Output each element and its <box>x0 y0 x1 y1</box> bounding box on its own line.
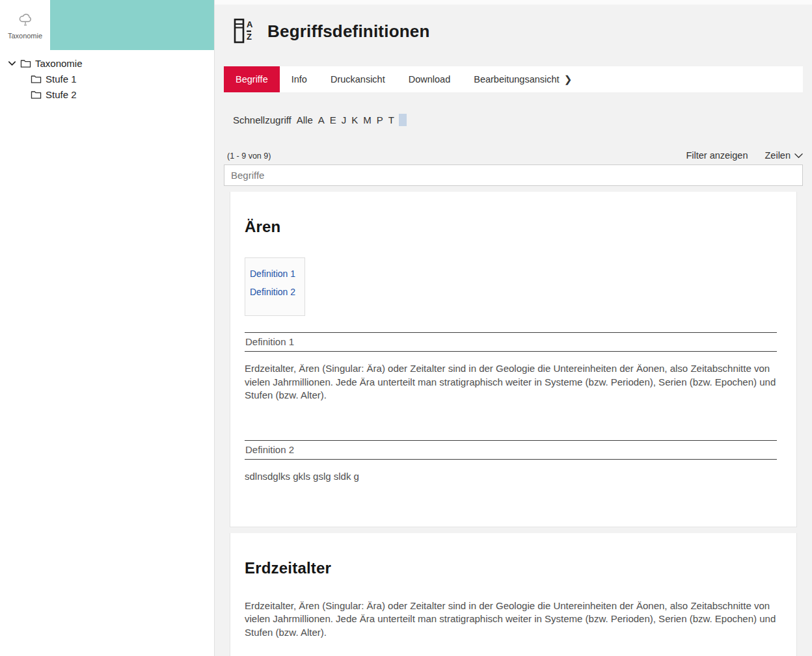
module-tab-taxonomie[interactable]: Taxonomie <box>0 0 50 50</box>
taxonomy-tree: Taxonomie Stufe 1Stufe 2 <box>0 50 214 102</box>
tree-node-child[interactable]: Stufe 2 <box>0 86 214 102</box>
entry-list: ÄrenDefinition 1Definition 2Definition 1… <box>224 192 803 656</box>
tab-bar: BegriffeInfoDruckansichtDownloadBearbeit… <box>224 66 803 92</box>
quick-access-label: Schnellzugriff <box>233 114 291 125</box>
quick-access-item-p[interactable]: P <box>377 114 383 125</box>
tab-label: Druckansicht <box>331 74 385 85</box>
quick-access-item-a[interactable]: A <box>318 114 325 125</box>
main-content: A Z Begriffsdefinitionen BegriffeInfoDru… <box>215 0 812 656</box>
sidebar-top: Taxonomie <box>0 0 214 50</box>
entry-title: Ären <box>245 192 777 236</box>
tree-node-child[interactable]: Stufe 1 <box>0 71 214 86</box>
tab-label: Info <box>291 74 307 85</box>
tab-druckansicht[interactable]: Druckansicht <box>319 66 397 92</box>
page-title: Begriffsdefinitionen <box>267 21 430 42</box>
rows-toggle[interactable]: Zeilen <box>765 150 804 161</box>
folder-icon <box>31 90 42 99</box>
section-label: Definition 2 <box>245 441 777 459</box>
tree-node-label: Stufe 2 <box>46 89 77 100</box>
tab-label: Download <box>409 74 451 85</box>
definition-link[interactable]: Definition 2 <box>250 287 295 297</box>
tree-icon <box>17 11 34 29</box>
quick-access-item-t[interactable]: T <box>388 114 394 125</box>
chevron-right-icon: ❯ <box>564 73 573 85</box>
section-label: Definition 1 <box>245 333 777 351</box>
tree-children: Stufe 1Stufe 2 <box>0 71 214 102</box>
quick-access-items: AlleAEJKMPT <box>297 114 399 125</box>
tree-node-root[interactable]: Taxonomie <box>0 55 214 71</box>
module-tab-label: Taxonomie <box>8 32 42 40</box>
chevron-down-icon[interactable] <box>7 59 17 68</box>
svg-text:Z: Z <box>247 32 252 42</box>
entry-description: Erdzeitalter, Ären (Singular: Ära) oder … <box>245 577 777 640</box>
sidebar: Taxonomie Taxonomie Stufe 1Stufe 2 <box>0 0 215 656</box>
quick-access-item-e[interactable]: E <box>330 114 336 125</box>
quick-access-item-k[interactable]: K <box>351 114 358 125</box>
quick-access-item-j[interactable]: J <box>342 114 347 125</box>
tree-node-label: Taxonomie <box>35 58 83 69</box>
tab-label: Begriffe <box>236 74 268 85</box>
entry-card: ErdzeitalterErdzeitalter, Ären (Singular… <box>230 533 797 656</box>
tab-bearbeitungsansicht[interactable]: Bearbeitungsansicht❯ <box>462 66 584 92</box>
page-header: A Z Begriffsdefinitionen <box>233 18 812 45</box>
definition-link[interactable]: Definition 1 <box>250 269 295 279</box>
teal-banner <box>50 0 214 50</box>
chevron-down-icon <box>794 153 803 159</box>
quick-access-bar: Schnellzugriff AlleAEJKMPT <box>233 114 812 126</box>
section-text: Erdzeitalter, Ären (Singular: Ära) oder … <box>245 352 777 402</box>
definition-section: Definition 1Erdzeitalter, Ären (Singular… <box>245 332 777 402</box>
result-count: (1 - 9 von 9) <box>224 151 271 161</box>
card-bottom-padding <box>245 640 777 656</box>
main-top-strip <box>215 0 812 5</box>
folder-icon <box>31 74 42 84</box>
definition-links-box: Definition 1Definition 2 <box>245 257 305 316</box>
rows-toggle-label: Zeilen <box>765 150 791 161</box>
quick-access-item-alle[interactable]: Alle <box>297 114 313 125</box>
tab-label: Bearbeitungsansicht <box>474 74 559 85</box>
lexicon-az-icon: A Z <box>233 18 256 45</box>
terms-table: Begriffe ÄrenDefinition 1Definition 2Def… <box>224 164 803 656</box>
tab-download[interactable]: Download <box>397 66 463 92</box>
folder-icon <box>20 59 31 68</box>
tab-info[interactable]: Info <box>280 66 319 92</box>
list-controls: (1 - 9 von 9) Filter anzeigen Zeilen <box>224 150 803 161</box>
entry-title: Erdzeitalter <box>245 533 777 577</box>
tree-node-label: Stufe 1 <box>46 73 77 85</box>
section-text: sdlnsdglks gkls gslg sldk g <box>245 460 777 484</box>
entry-card: ÄrenDefinition 1Definition 2Definition 1… <box>230 192 797 527</box>
definition-section: Definition 2sdlnsdglks gkls gslg sldk g <box>245 440 777 484</box>
quick-access-cursor-highlight <box>399 114 407 126</box>
quick-access-item-m[interactable]: M <box>363 114 372 125</box>
filter-toggle[interactable]: Filter anzeigen <box>686 150 748 161</box>
tab-begriffe[interactable]: Begriffe <box>224 66 280 92</box>
card-bottom-padding <box>245 484 777 527</box>
svg-text:A: A <box>247 20 253 29</box>
table-column-header[interactable]: Begriffe <box>224 164 803 186</box>
